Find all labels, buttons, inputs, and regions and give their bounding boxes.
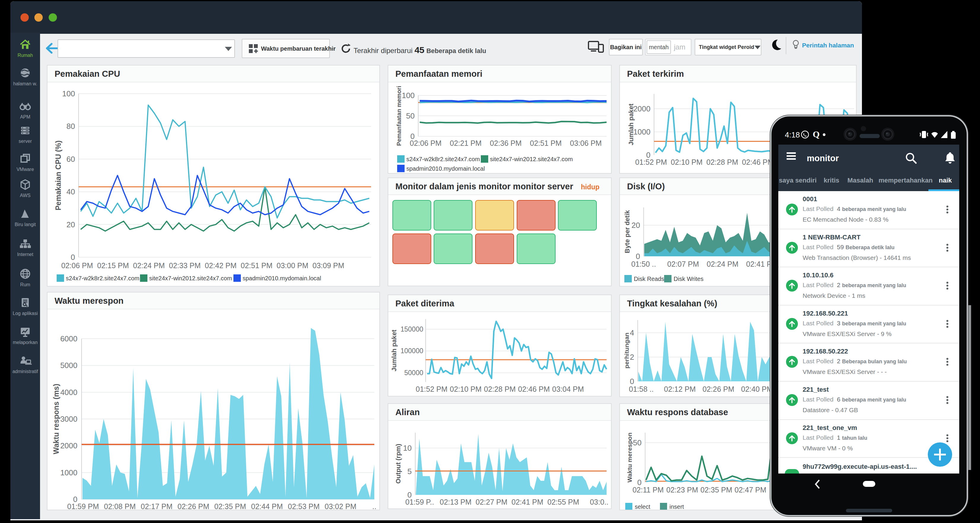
- svg-text:0: 0: [636, 252, 640, 261]
- svg-text:Byte per detik: Byte per detik: [624, 210, 631, 253]
- svg-text:01:52 PM: 01:52 PM: [415, 385, 447, 393]
- svg-text:0: 0: [71, 253, 75, 262]
- svg-text:40: 40: [67, 187, 75, 196]
- svg-text:2000: 2000: [633, 104, 651, 113]
- svg-text:Output (rpm): Output (rpm): [395, 444, 402, 483]
- svg-text:03:02 PM: 03:02 PM: [325, 502, 356, 510]
- svg-text:03:09 PM: 03:09 PM: [312, 262, 344, 269]
- svg-text:Jumlah paket: Jumlah paket: [390, 330, 398, 371]
- svg-text:Disk Reads: Disk Reads: [634, 276, 664, 282]
- svg-text:Waktu merespon: Waktu merespon: [626, 433, 633, 482]
- svg-text:02:26 PM: 02:26 PM: [702, 385, 734, 393]
- svg-text:01:58 ..: 01:58 ..: [629, 385, 654, 393]
- svg-text:5000: 5000: [60, 361, 77, 370]
- svg-text:Disk Writes: Disk Writes: [674, 276, 703, 282]
- svg-text:02:47 PM: 02:47 PM: [734, 486, 766, 494]
- svg-text:100000: 100000: [401, 347, 423, 355]
- svg-text:site24x7-win2012.site24x7.com: site24x7-win2012.site24x7.com: [149, 275, 232, 282]
- svg-text:100: 100: [62, 89, 75, 98]
- svg-text:02:10 PM: 02:10 PM: [671, 158, 702, 166]
- svg-text:02:28 PM: 02:28 PM: [706, 158, 738, 166]
- svg-text:0: 0: [630, 377, 634, 386]
- svg-text:1000: 1000: [60, 468, 77, 477]
- svg-text:02:41 PM: 02:41 PM: [511, 498, 543, 506]
- svg-text:3000: 3000: [60, 415, 77, 423]
- svg-text:100: 100: [402, 91, 415, 100]
- svg-text:2: 2: [630, 353, 634, 361]
- svg-text:03:04 PM: 03:04 PM: [552, 385, 584, 393]
- svg-text:150000: 150000: [401, 325, 423, 333]
- svg-text:s24x7-w2k8r2.site24x7.com: s24x7-w2k8r2.site24x7.com: [406, 156, 480, 162]
- svg-text:02:55 PM: 02:55 PM: [547, 498, 579, 506]
- svg-text:Pemanfaatan memori: Pemanfaatan memori: [396, 86, 402, 146]
- svg-text:02:10 PM: 02:10 PM: [450, 385, 481, 393]
- svg-text:insert: insert: [670, 504, 684, 510]
- svg-text:select: select: [635, 504, 651, 510]
- svg-text:spadmin2010.mydomain.local: spadmin2010.mydomain.local: [243, 275, 321, 282]
- svg-text:01:59 PM: 01:59 PM: [67, 502, 99, 510]
- svg-text:Waktu respons (ms): Waktu respons (ms): [52, 384, 60, 454]
- svg-text:Pemakaian CPU (%): Pemakaian CPU (%): [54, 141, 62, 211]
- svg-text:site24x7-win2012.site24x7.com: site24x7-win2012.site24x7.com: [490, 156, 573, 162]
- svg-text:4000: 4000: [60, 388, 77, 397]
- svg-text:02:17 PM: 02:17 PM: [141, 502, 172, 510]
- svg-text:5: 5: [407, 467, 412, 476]
- svg-text:..: ..: [372, 502, 376, 510]
- svg-text:50: 50: [406, 111, 415, 120]
- svg-text:02:35 PM: 02:35 PM: [214, 502, 246, 510]
- svg-text:02:12 PM: 02:12 PM: [664, 385, 695, 393]
- svg-text:50: 50: [633, 438, 641, 447]
- svg-text:02:21 PM: 02:21 PM: [450, 139, 481, 147]
- svg-text:03:0..: 03:0..: [590, 498, 609, 506]
- svg-text:02:06 PM: 02:06 PM: [61, 262, 93, 269]
- svg-text:01:52 PM: 01:52 PM: [635, 158, 667, 166]
- svg-text:s24x7-w2k8r2.site24x7.com: s24x7-w2k8r2.site24x7.com: [66, 275, 139, 282]
- svg-text:1000: 1000: [633, 127, 651, 136]
- svg-text:80: 80: [67, 122, 75, 131]
- svg-text:perhitungan: perhitungan: [623, 333, 630, 368]
- svg-text:02:35 PM: 02:35 PM: [700, 486, 732, 494]
- svg-text:02:28 PM: 02:28 PM: [484, 385, 515, 393]
- svg-text:01:50 ..: 01:50 ..: [631, 260, 656, 268]
- svg-text:02:15 PM: 02:15 PM: [97, 262, 129, 269]
- svg-text:60: 60: [67, 155, 75, 163]
- svg-text:02:08 PM: 02:08 PM: [104, 502, 135, 510]
- svg-text:01:59 P..: 01:59 P..: [406, 498, 434, 506]
- svg-text:03:00 PM: 03:00 PM: [277, 262, 308, 269]
- svg-text:10: 10: [403, 444, 412, 452]
- svg-text:02:26 PM: 02:26 PM: [177, 502, 209, 510]
- svg-text:02:51 PM: 02:51 PM: [240, 262, 272, 269]
- svg-text:02:44 PM: 02:44 PM: [251, 502, 283, 510]
- svg-text:2000: 2000: [60, 441, 77, 450]
- svg-text:02:51 PM: 02:51 PM: [530, 139, 562, 147]
- svg-text:02:46 PM: 02:46 PM: [518, 385, 550, 393]
- svg-text:4: 4: [630, 328, 634, 337]
- svg-text:Jumlah paket: Jumlah paket: [627, 103, 635, 145]
- svg-text:02:33 PM: 02:33 PM: [169, 262, 200, 269]
- svg-text:02:46 PM: 02:46 PM: [742, 158, 773, 166]
- svg-text:02:40 PM: 02:40 PM: [741, 385, 773, 393]
- svg-text:02:27 PM: 02:27 PM: [476, 498, 507, 506]
- svg-text:20: 20: [67, 220, 75, 229]
- svg-text:02:06 PM: 02:06 PM: [410, 139, 441, 147]
- svg-text:02:23 PM: 02:23 PM: [666, 486, 698, 494]
- svg-text:20: 20: [632, 221, 640, 230]
- svg-text:50000: 50000: [404, 369, 423, 377]
- svg-text:03:06 PM: 03:06 PM: [570, 139, 601, 147]
- svg-text:02:24 PM: 02:24 PM: [133, 262, 165, 269]
- svg-text:02:24 PM: 02:24 PM: [706, 260, 738, 268]
- svg-text:spadmin2010.mydomain.local: spadmin2010.mydomain.local: [406, 165, 485, 172]
- svg-text:02:36 PM: 02:36 PM: [490, 139, 522, 147]
- svg-text:02:11 PM: 02:11 PM: [632, 486, 663, 494]
- svg-text:02:53 PM: 02:53 PM: [288, 502, 320, 510]
- svg-text:02:07 PM: 02:07 PM: [667, 260, 699, 268]
- svg-text:02:13 PM: 02:13 PM: [439, 498, 471, 506]
- svg-text:02:42 PM: 02:42 PM: [205, 262, 236, 269]
- svg-text:6000: 6000: [60, 334, 77, 343]
